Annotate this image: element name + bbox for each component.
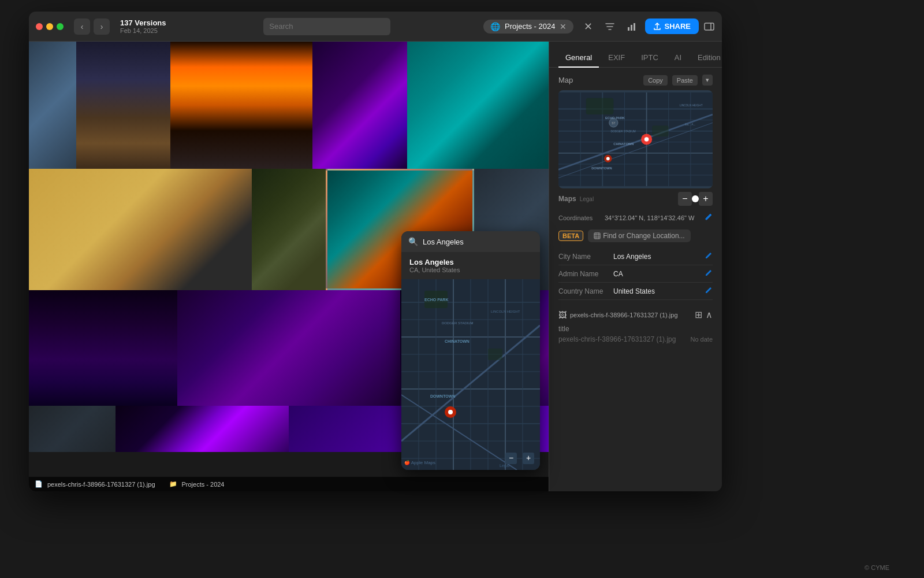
close-action-button[interactable]: ✕ (579, 18, 597, 35)
minimize-button[interactable] (46, 23, 53, 30)
back-button[interactable]: ‹ (74, 18, 90, 35)
admin-name-label: Admin Name (558, 270, 613, 278)
svg-text:CHINATOWN: CHINATOWN (445, 339, 470, 343)
city-name-field: City Name Los Angeles (558, 248, 713, 265)
photo-cell-roller[interactable] (29, 169, 252, 290)
maps-brand: Maps (558, 195, 576, 203)
tab-iptc[interactable]: IPTC (634, 49, 665, 68)
forward-button[interactable]: › (94, 18, 110, 35)
title-label: title (558, 325, 713, 333)
coordinates-row: Coordinates 34°3'12.04" N, 118°14'32.46"… (558, 213, 713, 223)
file-collapse-button[interactable]: ∧ (706, 309, 713, 320)
photo-cell-concert-purple[interactable] (177, 290, 400, 406)
location-result-sub: CA, United States (409, 266, 532, 273)
location-result-name: Los Angeles (409, 258, 532, 266)
close-button[interactable] (36, 23, 43, 30)
zoom-in-button[interactable]: + (699, 192, 713, 206)
photo-cell-concert-rain[interactable] (29, 290, 177, 406)
admin-name-field: Admin Name CA (558, 265, 713, 283)
photo-cell-teal-building-top[interactable] (407, 42, 549, 169)
city-name-label: City Name (558, 253, 613, 261)
country-name-field: Country Name United States (558, 283, 713, 300)
map-label: Map (558, 76, 639, 84)
city-edit-button[interactable] (705, 251, 713, 261)
file-info-row: 🖼 pexels-chris-f-38966-17631327 (1).jpg … (549, 305, 722, 323)
svg-text:−: − (509, 453, 513, 462)
photo-cell-purple-light[interactable] (312, 42, 407, 169)
file-icon: 📄 (35, 480, 43, 488)
photo-cell-sunset-road[interactable] (170, 42, 312, 169)
maps-legal: Legal (580, 196, 594, 202)
svg-text:DOWNTOWN: DOWNTOWN (591, 166, 612, 170)
photo-cell-abstract2[interactable] (116, 406, 289, 452)
tab-exif[interactable]: EXIF (601, 49, 632, 68)
beta-badge: BETA (558, 231, 583, 241)
mini-map[interactable]: ECHO PARK DODGER STADIUM CHINATOWN DOWNT… (401, 279, 540, 470)
sidebar-toggle-button[interactable] (703, 21, 715, 32)
tab-edition[interactable]: Edition (691, 49, 722, 68)
map-paste-button[interactable]: Paste (672, 75, 698, 86)
find-location-button[interactable]: Find or Change Location... (588, 229, 690, 242)
search-bar (177, 18, 478, 35)
maps-footer: Maps Legal − + (558, 188, 713, 208)
photo-cell-sunset-building[interactable] (76, 42, 171, 169)
map-section: Map Copy Paste ▾ (549, 68, 722, 213)
photo-cell-steering[interactable] (252, 169, 326, 290)
share-button[interactable]: SHARE (645, 18, 699, 34)
svg-rect-1 (631, 25, 632, 31)
maximize-button[interactable] (57, 23, 64, 30)
grid-row-1 (29, 42, 549, 169)
folder-name-status: Projects - 2024 (182, 481, 225, 488)
right-panel: General EXIF IPTC AI Edition Map Copy Pa… (549, 42, 722, 491)
title-bar: ‹ › 137 Versions Feb 14, 2025 🌐 Projects… (29, 12, 722, 42)
version-date: Feb 14, 2025 (120, 27, 166, 34)
map-dropdown-button[interactable]: ▾ (702, 75, 713, 86)
main-content: 📄 pexels-chris-f-38966-17631327 (1).jpg … (29, 42, 722, 491)
title-section: title pexels-chris-f-38966-17631327 (1).… (549, 323, 722, 346)
photo-cell-mountain[interactable] (29, 42, 76, 169)
nav-controls: ‹ › (74, 18, 110, 35)
active-tab[interactable]: 🌐 Projects - 2024 ✕ (483, 20, 573, 34)
map-container[interactable]: ST ECHO PARK DODGER STADIUM CHINATOWN DO… (558, 90, 713, 188)
country-edit-button[interactable] (705, 286, 713, 296)
coordinates-label: Coordinates (558, 214, 605, 221)
tab-ai[interactable]: AI (668, 49, 688, 68)
window-controls (36, 23, 64, 30)
svg-point-24 (644, 137, 649, 142)
location-search-bar: 🔍 (401, 231, 540, 252)
city-name-value: Los Angeles (613, 253, 705, 261)
title-bar-actions: ✕ SHARE (579, 18, 715, 35)
svg-rect-22 (652, 125, 669, 136)
svg-text:DOWNTOWN: DOWNTOWN (430, 394, 455, 398)
svg-text:Ea... A...: Ea... A... (685, 123, 695, 126)
svg-text:CHINATOWN: CHINATOWN (613, 142, 634, 146)
country-name-value: United States (613, 287, 705, 295)
tab-close-button[interactable]: ✕ (560, 23, 567, 31)
folder-icon: 📁 (169, 480, 177, 488)
share-label: SHARE (664, 22, 691, 31)
version-title: 137 Versions (120, 18, 166, 27)
location-row: BETA Find or Change Location... (549, 229, 722, 248)
coordinates-edit-button[interactable] (705, 213, 713, 223)
country-name-label: Country Name (558, 287, 613, 295)
zoom-out-button[interactable]: − (678, 192, 692, 206)
location-result[interactable]: Los Angeles CA, United States (401, 252, 540, 279)
tab-general[interactable]: General (558, 49, 599, 68)
location-search-input[interactable] (423, 238, 533, 246)
filter-button[interactable] (601, 18, 619, 35)
map-copy-button[interactable]: Copy (643, 75, 668, 86)
admin-name-value: CA (613, 270, 705, 278)
admin-edit-button[interactable] (705, 269, 713, 279)
file-expand-button[interactable]: ⊞ (695, 309, 702, 320)
search-input[interactable] (263, 18, 390, 35)
tab-label: Projects - 2024 (505, 22, 555, 31)
chart-button[interactable] (623, 18, 640, 35)
title-value-row: pexels-chris-f-38966-17631327 (1).jpg No… (558, 335, 713, 343)
svg-text:ST: ST (612, 122, 615, 125)
svg-text:ECHO PARK: ECHO PARK (605, 116, 625, 120)
photo-cell-dark2[interactable] (29, 406, 116, 452)
version-info: 137 Versions Feb 14, 2025 (120, 18, 166, 34)
copyright: © CYME (865, 564, 889, 571)
svg-text:LINCOLN HEIGHT: LINCOLN HEIGHT (491, 310, 520, 313)
svg-rect-35 (594, 233, 600, 239)
